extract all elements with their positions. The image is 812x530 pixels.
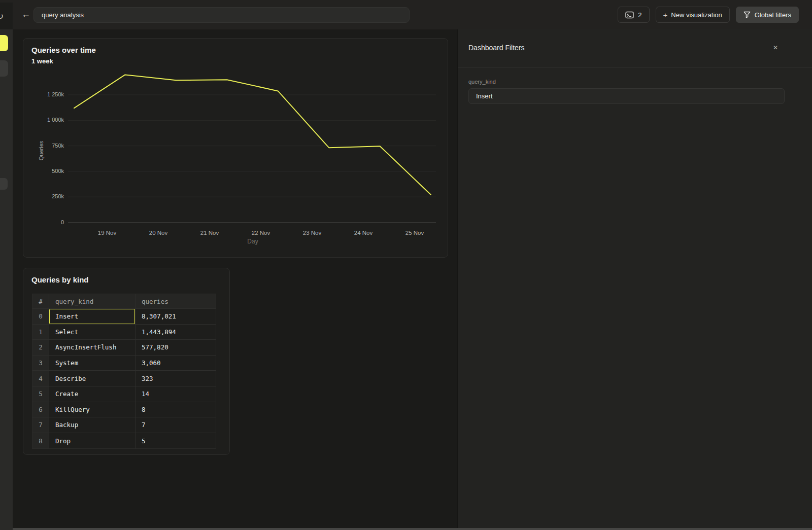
table-row: 8Drop5 <box>32 433 216 449</box>
query-kind-cell[interactable]: Drop <box>49 433 136 449</box>
y-tick-label: 1 000k <box>23 117 64 123</box>
new-visualization-button[interactable]: + New visualization <box>656 7 730 23</box>
x-axis-title: Day <box>238 238 268 245</box>
global-filters-label: Global filters <box>755 11 791 19</box>
row-index-cell: 6 <box>32 402 49 417</box>
row-index-cell: 0 <box>32 309 49 324</box>
row-index-cell: 1 <box>32 325 49 340</box>
query-kind-cell[interactable]: Create <box>49 386 136 402</box>
main-content: Queries over time 1 week Queries Day 025… <box>13 29 457 530</box>
topbar-actions: 2 + New visualization Global filters <box>618 7 799 23</box>
funnel-icon <box>743 11 751 18</box>
table-row: 4Describe323 <box>32 371 216 386</box>
close-icon[interactable]: ✕ <box>770 43 781 53</box>
queries-count-cell[interactable]: 5 <box>136 433 217 449</box>
dashboard-app: ↻ ← 2 + New visualization Global f <box>0 0 812 530</box>
y-tick-label: 1 250k <box>23 91 64 97</box>
table-header-row: #query_kindqueries <box>32 294 216 309</box>
queries-count-cell[interactable]: 577,820 <box>136 340 217 355</box>
queries-count-cell[interactable]: 1,443,894 <box>136 325 217 340</box>
table-row: 1Select1,443,894 <box>32 325 216 340</box>
table-title: Queries by kind <box>31 275 89 284</box>
queries-over-time-card: Queries over time 1 week Queries Day 025… <box>23 38 448 258</box>
filter-field-label: query_kind <box>468 79 496 85</box>
dashboard-filters-panel: Dashboard Filters ✕ query_kind Insert <box>457 29 812 530</box>
sql-console-icon <box>625 11 634 19</box>
y-tick-label: 500k <box>23 168 64 174</box>
sidebar-item[interactable] <box>0 178 8 190</box>
queries-count-cell[interactable]: 323 <box>136 371 217 386</box>
table-row: 5Create14 <box>32 386 216 402</box>
x-tick-label: 24 Nov <box>345 230 382 236</box>
table-row: 0Insert8,307,021 <box>32 309 216 325</box>
console-count: 2 <box>638 11 641 19</box>
query-kind-cell[interactable]: AsyncInsertFlush <box>49 340 136 355</box>
sql-console-button[interactable]: 2 <box>618 7 649 23</box>
x-tick-label: 22 Nov <box>243 230 279 236</box>
left-sidebar <box>0 29 13 530</box>
column-header[interactable]: query_kind <box>49 294 136 308</box>
reload-icon[interactable]: ↻ <box>0 11 4 22</box>
queries-count-cell[interactable]: 3,060 <box>136 356 217 371</box>
x-tick-label: 20 Nov <box>140 230 177 236</box>
chart-canvas <box>23 39 449 258</box>
queries-count-cell[interactable]: 7 <box>136 417 217 433</box>
panel-divider <box>458 67 812 68</box>
series-line <box>74 75 431 195</box>
y-tick-label: 250k <box>23 193 64 199</box>
column-header[interactable]: # <box>32 294 49 308</box>
queries-count-cell[interactable]: 14 <box>136 386 217 402</box>
global-filters-button[interactable]: Global filters <box>736 7 799 23</box>
queries-count-cell[interactable]: 8 <box>136 402 217 417</box>
line-chart[interactable]: Queries Day 0250k500k750k1 000k1 250k 19… <box>23 39 449 258</box>
top-bar: ↻ ← 2 + New visualization Global f <box>0 0 812 29</box>
queries-table: #query_kindqueries0Insert8,307,0211Selec… <box>32 294 216 449</box>
x-tick-label: 19 Nov <box>89 230 125 236</box>
row-index-cell: 7 <box>32 417 49 433</box>
query-kind-cell[interactable]: Describe <box>49 371 136 386</box>
x-tick-label: 23 Nov <box>294 230 330 236</box>
sidebar-item-active[interactable] <box>0 35 8 51</box>
new-visualization-label: New visualization <box>671 11 722 19</box>
query-kind-cell[interactable]: Insert <box>49 309 136 324</box>
row-index-cell: 4 <box>32 371 49 386</box>
row-index-cell: 5 <box>32 386 49 402</box>
query-kind-cell[interactable]: System <box>49 356 136 371</box>
query-kind-filter-select[interactable]: Insert <box>468 88 785 104</box>
x-tick-label: 21 Nov <box>191 230 228 236</box>
queries-count-cell[interactable]: 8,307,021 <box>136 309 217 324</box>
back-button[interactable]: ← <box>19 8 32 21</box>
column-header[interactable]: queries <box>136 294 217 308</box>
row-index-cell: 8 <box>32 433 49 449</box>
table-row: 6KillQuery8 <box>32 402 216 418</box>
query-kind-cell[interactable]: KillQuery <box>49 402 136 417</box>
query-kind-cell[interactable]: Backup <box>49 417 136 433</box>
table-row: 2AsyncInsertFlush577,820 <box>32 340 216 356</box>
x-tick-label: 25 Nov <box>396 230 433 236</box>
panel-title: Dashboard Filters <box>468 44 525 52</box>
row-index-cell: 3 <box>32 356 49 371</box>
queries-by-kind-card: Queries by kind #query_kindqueries0Inser… <box>23 268 230 455</box>
table-row: 7Backup7 <box>32 417 216 433</box>
y-tick-label: 750k <box>23 143 64 149</box>
sidebar-item[interactable] <box>0 60 8 77</box>
top-left-notch: ↻ <box>0 3 13 29</box>
row-index-cell: 2 <box>32 340 49 355</box>
query-kind-cell[interactable]: Select <box>49 325 136 340</box>
horizontal-scrollbar[interactable] <box>13 528 812 530</box>
dashboard-title-input[interactable] <box>33 7 410 23</box>
y-tick-label: 0 <box>23 219 64 225</box>
table-row: 3System3,060 <box>32 356 216 371</box>
plus-icon: + <box>663 11 668 19</box>
